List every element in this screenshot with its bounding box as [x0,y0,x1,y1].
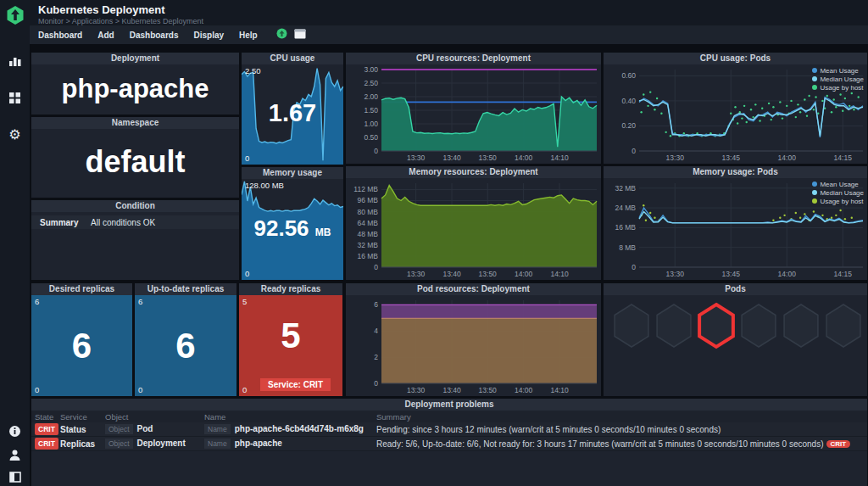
ready-replicas-min: 0 [242,385,247,394]
svg-text:2.50: 2.50 [364,79,378,87]
panel-memory-pods: Memory usage: Pods 13:3013:4514:0014:150… [604,166,867,280]
state-badge: CRIT [35,423,58,435]
svg-text:64 MB: 64 MB [357,219,378,227]
service-link[interactable]: Replicas [60,439,105,449]
summary-text: Pending: since 3 hours 12 minutes (warn/… [376,425,721,434]
panel-cpu-resources-title: CPU resources: Deployment [346,53,601,64]
legend-dot-icon [812,182,817,187]
memory-usage-max: 128.00 MB [245,181,284,190]
menu-display[interactable]: Display [193,31,224,40]
panel-desired-replicas: Desired replicas 6 0 6 [31,283,132,396]
panel-ready-replicas-title: Ready replicas [239,283,342,295]
table-row: CRIT Replicas ObjectDeployment Namephp-a… [31,437,867,451]
svg-text:14:10: 14:10 [550,270,569,278]
name-value[interactable]: php-apache-6cb4d4d74b-m6x8g [235,424,364,433]
panel-cpu-usage-title: CPU usage [242,53,343,64]
svg-text:8 MB: 8 MB [619,243,636,252]
panel-memory-resources-title: Memory resources: Deployment [346,166,601,178]
setup-gear-icon[interactable]: ⚙ [0,124,30,144]
legend-dot-icon [812,85,817,90]
svg-text:14:00: 14:00 [515,270,533,278]
svg-text:4: 4 [374,327,378,335]
svg-text:13:50: 13:50 [479,270,498,278]
pod-hexagon-crit[interactable] [699,304,733,347]
memory-usage-unit: MB [315,226,331,238]
pod-hexagon-ok[interactable] [784,304,818,347]
menu-add[interactable]: Add [97,31,114,40]
monitor-nav-icon[interactable] [0,51,30,71]
user-icon[interactable] [0,444,30,465]
checkmk-logo-icon[interactable] [0,5,30,25]
panel-pods: Pods [604,283,867,396]
svg-text:13:40: 13:40 [442,154,461,162]
svg-text:13:30: 13:30 [407,154,426,162]
menubar: Dashboard Add Dashboards Display Help [30,25,868,44]
memory-pods-chart: 13:3013:4514:0014:1508 MB16 MB24 MB32 MB… [604,178,867,280]
name-value[interactable]: php-apache [235,439,282,448]
svg-text:13:45: 13:45 [722,270,741,278]
service-link[interactable]: Status [60,425,105,434]
panel-cpu-pods-title: CPU usage: Pods [604,53,867,64]
panel-condition: Condition Summary All conditions OK [31,200,239,280]
cpu-usage-value: 1.67 [242,99,343,127]
desired-replicas-value: 6 [72,326,92,366]
svg-text:112 MB: 112 MB [353,185,378,193]
panel-namespace: Namespace default [31,117,239,198]
svg-text:16 MB: 16 MB [615,223,636,232]
page-title: Kubernetes Deployment [38,3,165,16]
object-chip: Object [105,439,133,449]
svg-text:0: 0 [632,263,636,271]
pod-hexagon-ok[interactable] [657,304,691,347]
panel-deployment: Deployment php-apache [31,53,239,115]
status-green-icon[interactable] [276,27,287,42]
chart-legend: Mean UsageMedian UsageUsage by host [812,66,864,92]
svg-text:2: 2 [374,353,378,361]
info-icon[interactable] [0,421,30,441]
cpu-usage-chart: 2.50 0 1.67 [242,64,343,165]
object-value: Deployment [137,439,186,448]
svg-text:0: 0 [374,147,378,155]
menu-help[interactable]: Help [239,31,258,40]
cpu-pods-chart: 13:3013:4514:0014:1500.200.400.60Mean Us… [604,64,867,164]
state-badge: CRIT [35,438,58,450]
svg-text:13:40: 13:40 [442,386,461,394]
pod-hexagon-ok[interactable] [615,304,648,347]
sidebar-toggle-icon[interactable] [0,466,30,486]
pod-hexagon-ok[interactable] [826,304,860,347]
svg-text:0: 0 [632,147,636,155]
cpu-resources-chart: 13:3013:4013:5014:0014:1000.501.001.502.… [346,64,601,164]
svg-text:1.00: 1.00 [364,120,378,128]
svg-text:2.00: 2.00 [364,92,378,101]
col-service: Service [60,412,105,422]
svg-text:13:30: 13:30 [407,386,426,394]
window-icon[interactable] [294,27,306,42]
table-header-row: State Service Object Name Summary [31,411,867,422]
svg-text:0.40: 0.40 [621,97,636,105]
memory-usage-value: 92.56 MB [242,215,343,242]
svg-text:0.50: 0.50 [364,133,378,142]
svg-text:1.50: 1.50 [364,106,378,115]
breadcrumb: Monitor > Applications > Kubernetes Depl… [38,17,203,25]
panel-pods-title: Pods [604,283,867,295]
namespace-name: default [31,144,239,180]
menu-dashboard[interactable]: Dashboard [38,31,82,40]
object-chip: Object [105,424,133,434]
uptodate-replicas-min: 0 [138,385,142,394]
panel-memory-usage: Memory usage 128.00 MB 0 92.56 MB [242,167,343,280]
panel-pod-resources-title: Pod resources: Deployment [346,283,601,295]
panel-cpu-pods: CPU usage: Pods 13:3013:4514:0014:1500.2… [604,53,867,164]
views-nav-icon[interactable] [0,87,30,108]
col-summary: Summary [376,412,867,422]
svg-text:0.20: 0.20 [621,121,636,130]
svg-text:14:15: 14:15 [834,270,853,278]
svg-text:14:00: 14:00 [778,270,797,278]
svg-text:13:45: 13:45 [722,154,741,162]
svg-text:0.60: 0.60 [621,71,636,80]
legend-dot-icon [812,198,817,204]
service-crit-badge[interactable]: Service: CRIT [260,378,331,391]
menu-dashboards[interactable]: Dashboards [130,31,179,40]
legend-label: Median Usage [820,189,864,197]
panel-uptodate-replicas: Up-to-date replicas 6 0 6 [135,283,236,396]
pod-hexagon-ok[interactable] [742,304,776,347]
panel-deployment-problems: Deployment problems State Service Object… [31,399,867,486]
